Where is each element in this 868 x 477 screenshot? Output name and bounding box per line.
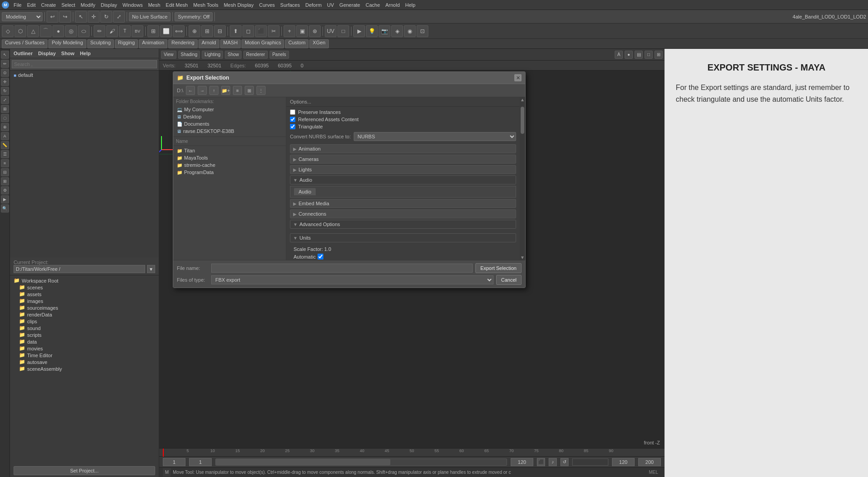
insert-loop-icon[interactable]: ⊞ (201, 25, 213, 37)
dialog-scrollbar[interactable]: ▲ ▼ (520, 97, 525, 260)
outliner-icon[interactable]: ≡ (1, 159, 9, 167)
paint-icon[interactable]: ✏ (94, 25, 105, 37)
subtab-poly[interactable]: Poly Modeling (48, 39, 86, 48)
bookmark-documents[interactable]: 📄 Documents (175, 120, 284, 128)
scale-tool-btn[interactable]: ⤢ (113, 11, 125, 23)
preserve-instances-checkbox[interactable] (290, 109, 295, 115)
tree-assets[interactable]: 📁 assets (14, 291, 155, 298)
shader-icon[interactable]: ◉ (404, 25, 416, 37)
cancel-button[interactable]: Cancel (496, 275, 522, 285)
subtab-arnold[interactable]: Arnold (199, 39, 219, 48)
shelf-icon[interactable]: ☰ (1, 150, 9, 158)
cylinder-icon[interactable]: ⬭ (78, 25, 90, 37)
menu-create[interactable]: Create (38, 1, 59, 9)
move-icon[interactable]: ✛ (1, 78, 9, 86)
append-icon[interactable]: + (284, 25, 295, 37)
select-icon[interactable]: ↖ (1, 51, 9, 59)
cam-icon[interactable]: 📷 (379, 25, 390, 37)
mat-icon[interactable]: ◈ (391, 25, 403, 37)
triangulate-checkbox[interactable] (290, 124, 295, 129)
soft-mod-icon[interactable]: ◌ (1, 114, 9, 122)
menu-surfaces[interactable]: Surfaces (278, 1, 303, 9)
lasso-icon[interactable]: ⊙ (1, 69, 9, 77)
channel-box-icon[interactable]: ⊞ (1, 177, 9, 185)
symmetry-btn[interactable]: Symmetry: Off (175, 12, 213, 21)
annotate-icon[interactable]: A (1, 132, 9, 140)
connections-section[interactable]: ▶ Connections (290, 209, 516, 218)
booleans-icon[interactable]: BV (132, 25, 143, 37)
embed-media-section[interactable]: ▶ Embed Media (290, 199, 516, 208)
subtab-custom[interactable]: Custom (285, 39, 308, 48)
menu-generate[interactable]: Generate (337, 1, 363, 9)
subtab-render[interactable]: Rendering (168, 39, 198, 48)
lights-section[interactable]: ▶ Lights (290, 165, 516, 174)
menu-select[interactable]: Select (59, 1, 78, 9)
menu-uv[interactable]: UV (324, 1, 337, 9)
weld-icon[interactable]: ⊛ (309, 25, 321, 37)
fill-icon[interactable]: ▣ (296, 25, 308, 37)
menu-deform[interactable]: Deform (303, 1, 324, 9)
outliner-show[interactable]: Show (61, 51, 74, 56)
snap-icon[interactable]: ⊕ (1, 123, 9, 131)
file-mayatools[interactable]: 📁 MayaTools (173, 154, 286, 161)
tree-renderdata[interactable]: 📁 renderData (14, 311, 155, 318)
paint-select-icon[interactable]: ✏ (1, 60, 9, 68)
subtab-mg[interactable]: Motion Graphics (242, 39, 284, 48)
file-programdata[interactable]: 📁 ProgramData (173, 169, 286, 176)
no-live-surface-btn[interactable]: No Live Surface (129, 12, 171, 21)
menu-mesh-tools[interactable]: Mesh Tools (190, 1, 221, 9)
menu-display[interactable]: Display (98, 1, 120, 9)
menu-windows[interactable]: Windows (120, 1, 146, 9)
back-btn[interactable]: ← (186, 86, 195, 95)
paint2-icon[interactable]: 🖌 (106, 25, 118, 37)
audio-tab[interactable]: Audio (294, 188, 316, 195)
universal-manip-icon[interactable]: ⊞ (1, 105, 9, 113)
audio-section[interactable]: ▼ Audio (290, 175, 516, 184)
smooth-icon[interactable]: ⬜ (160, 25, 172, 37)
referenced-assets-checkbox[interactable] (290, 117, 295, 122)
outliner-help[interactable]: Help (80, 51, 91, 56)
menu-mesh[interactable]: Mesh (145, 1, 163, 9)
tree-data[interactable]: 📁 data (14, 338, 155, 345)
detail-view-btn[interactable]: ⊞ (245, 86, 254, 95)
export-selection-button[interactable]: Export Selection (475, 263, 522, 273)
list-view-btn[interactable]: ≡ (233, 86, 242, 95)
tool-settings-icon[interactable]: ⚙ (1, 186, 9, 194)
bookmark-pc[interactable]: 🖥 ravse.DESKTOP-E38B (175, 128, 284, 135)
menu-edit-mesh[interactable]: Edit Mesh (163, 1, 190, 9)
menu-cache[interactable]: Cache (363, 1, 383, 9)
render-settings-icon[interactable]: ▶ (1, 195, 9, 203)
filetype-select[interactable]: FBX export (211, 275, 493, 284)
planar-icon[interactable]: □ (337, 25, 349, 37)
tree-sound[interactable]: 📁 sound (14, 325, 155, 331)
scrollbar-thumb[interactable] (521, 107, 524, 134)
tree-clips[interactable]: 📁 clips (14, 318, 155, 325)
subtab-xgen[interactable]: XGen (309, 39, 328, 48)
tree-images[interactable]: 📁 images (14, 298, 155, 304)
bevel-icon[interactable]: ◻ (242, 25, 254, 37)
scroll-up-btn[interactable]: ▲ (520, 97, 525, 102)
forward-btn[interactable]: → (198, 86, 207, 95)
new-folder-btn[interactable]: 📁+ (221, 86, 230, 95)
mode-dropdown[interactable]: Modeling (2, 12, 43, 21)
text-icon[interactable]: T (119, 25, 131, 37)
subtab-anim[interactable]: Animation (139, 39, 167, 48)
bend-icon[interactable]: ⌒ (40, 25, 52, 37)
search-input[interactable] (12, 60, 157, 68)
rotate-tool-btn[interactable]: ↻ (100, 11, 112, 23)
dialog-close-button[interactable]: ✕ (514, 74, 522, 81)
torus-icon[interactable]: ◎ (65, 25, 77, 37)
scale-icon[interactable]: ⤢ (1, 96, 9, 104)
menu-file[interactable]: File (11, 1, 24, 9)
units-subsection[interactable]: ▼ Units (290, 233, 516, 242)
move-tool-btn[interactable]: ✛ (88, 11, 100, 23)
bookmark-desktop[interactable]: 🖥 Desktop (175, 113, 284, 120)
file-titan[interactable]: 📁 Titan (173, 147, 286, 154)
menu-help[interactable]: Help (403, 1, 418, 9)
tree-autosave[interactable]: 📁 autosave (14, 359, 155, 365)
up-btn[interactable]: ↑ (209, 86, 218, 95)
extrude-icon[interactable]: ⬆ (230, 25, 242, 37)
bookmark-my-computer[interactable]: 💻 My Computer (175, 106, 284, 113)
redo-btn[interactable]: ↪ (59, 11, 71, 23)
tree-sourceimages[interactable]: 📁 sourceimages (14, 304, 155, 311)
